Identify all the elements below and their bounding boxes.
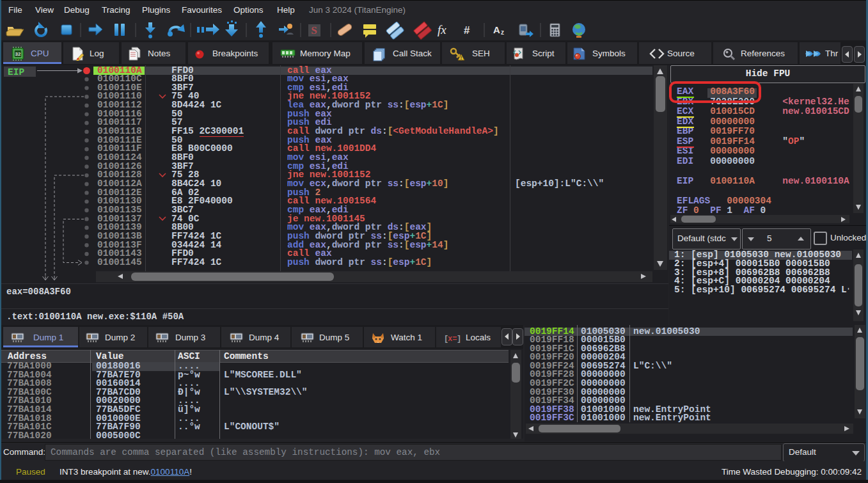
svg-text:A: A [493, 24, 500, 35]
svg-text:S: S [311, 24, 317, 36]
svg-text:]: ] [457, 335, 461, 344]
svg-text:EIP: EIP [8, 67, 24, 77]
svg-text:x=: x= [448, 335, 457, 344]
svg-text:32: 32 [15, 51, 21, 57]
svg-text:z: z [501, 29, 504, 36]
svg-text:fx: fx [438, 23, 446, 36]
svg-text:#: # [464, 24, 470, 36]
svg-text:!: ! [461, 56, 462, 60]
